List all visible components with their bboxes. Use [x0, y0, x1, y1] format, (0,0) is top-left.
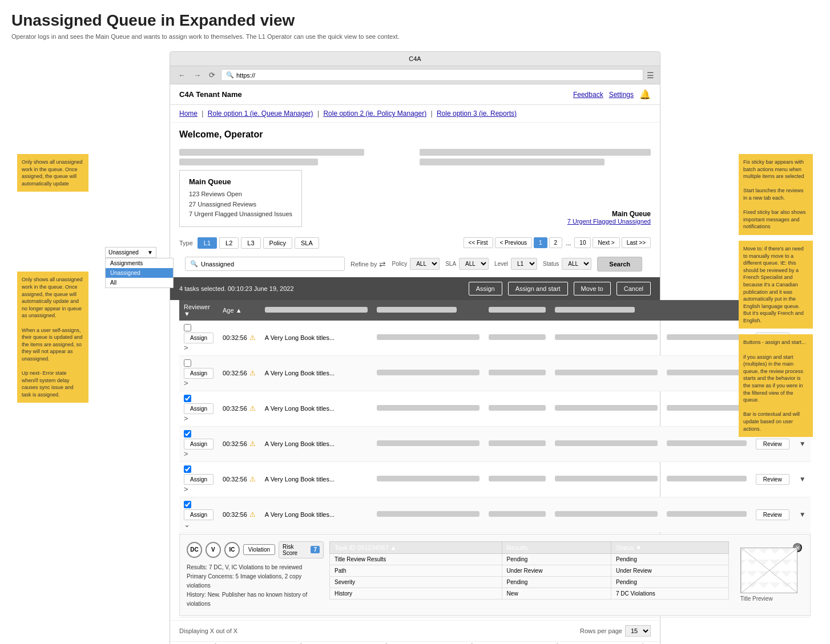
- page-1-btn[interactable]: 1: [534, 237, 547, 248]
- assign-button-1[interactable]: Assign: [184, 333, 213, 343]
- urgent-flagged-link[interactable]: 7 Urgent Flagged Unassigned: [567, 218, 651, 225]
- title-1: A Very Long Book titles...: [260, 321, 372, 356]
- right-note-2: Move to: if there's an need to manually …: [739, 241, 813, 329]
- row-checkbox-4[interactable]: [184, 430, 191, 438]
- back-button[interactable]: ←: [176, 70, 188, 80]
- menu-all[interactable]: All: [106, 278, 173, 287]
- status-select[interactable]: ALL: [562, 258, 591, 270]
- assign-button-5[interactable]: Assign: [184, 474, 213, 485]
- col-reviewer: Reviewer ▼: [179, 300, 218, 321]
- url-input[interactable]: [236, 72, 638, 79]
- status-filter: Status ALL: [543, 258, 591, 270]
- age-4: 00:32:56: [223, 440, 247, 447]
- nav-home[interactable]: Home: [179, 110, 198, 118]
- col-4: [372, 300, 484, 321]
- svg-line-0: [741, 548, 797, 593]
- feedback-link[interactable]: Feedback: [573, 91, 603, 99]
- notification-bell-icon[interactable]: 🔔: [639, 89, 651, 100]
- rows-per-page: Rows per page 15 25 50: [580, 625, 651, 637]
- row-checkbox-1[interactable]: [184, 324, 191, 331]
- welcome-text: Welcome, Operator: [179, 129, 651, 140]
- browser-menu-icon[interactable]: ☰: [647, 71, 654, 80]
- tab-sla[interactable]: SLA: [295, 237, 319, 249]
- row-checkbox-6[interactable]: [184, 501, 191, 508]
- refine-by-label: Refine by ⇄: [350, 260, 386, 269]
- sticky-cancel-btn[interactable]: Cancel: [617, 282, 651, 295]
- queue-stats: 123 Reviews Open 27 Unassigned Reviews 7…: [189, 189, 292, 220]
- level-select[interactable]: L1: [511, 258, 537, 270]
- assign-button-6[interactable]: Assign: [184, 509, 213, 520]
- display-count: Displaying X out of X: [179, 627, 237, 634]
- sla-select[interactable]: ALL: [459, 258, 489, 270]
- menu-assignments[interactable]: Assignments: [106, 258, 173, 268]
- nav-role1[interactable]: Role option 1 (ie. Queue Manager): [208, 110, 313, 118]
- title-4: A Very Long Book titles...: [260, 426, 372, 461]
- placeholder-bar-2: [179, 159, 318, 165]
- col-3: [260, 300, 372, 321]
- settings-link[interactable]: Settings: [609, 91, 634, 99]
- violation-badge: Violation: [243, 544, 275, 555]
- nav-role2[interactable]: Role option 2 (ie. Policy Manager): [323, 110, 426, 118]
- tab-l1[interactable]: L1: [198, 237, 217, 249]
- assign-button-4[interactable]: Assign: [184, 439, 213, 449]
- row-checkbox-2[interactable]: [184, 359, 191, 367]
- assign-button-2[interactable]: Assign: [184, 368, 213, 379]
- risk-score: 7: [311, 546, 320, 553]
- page-10-btn[interactable]: 10: [574, 237, 591, 248]
- waveform-svg: [170, 641, 660, 644]
- assign-button-3[interactable]: Assign: [184, 403, 213, 414]
- sticky-move-btn[interactable]: Move to: [574, 282, 611, 295]
- last-page-btn[interactable]: Last >>: [622, 237, 651, 248]
- expand-arrow-3[interactable]: >: [184, 414, 188, 423]
- policy-select[interactable]: ALL: [410, 258, 440, 270]
- warning-icon-1: ⚠: [249, 334, 256, 342]
- col-age[interactable]: Age ▲: [218, 300, 260, 321]
- sticky-assign-btn[interactable]: Assign: [469, 282, 502, 295]
- table-row: Assign > 00:32:56 ⚠: [179, 355, 811, 391]
- age-5: 00:32:56: [223, 476, 247, 483]
- title-5: A Very Long Book titles...: [260, 461, 372, 497]
- col-5: [484, 300, 550, 321]
- sla-filter: SLA ALL: [445, 258, 489, 270]
- search-button[interactable]: Search: [597, 257, 642, 272]
- menu-unassigned[interactable]: Unassigned: [106, 268, 173, 278]
- title-2: A Very Long Book titles...: [260, 355, 372, 391]
- prev-page-btn[interactable]: < Previous: [495, 237, 533, 248]
- expand-arrow-1[interactable]: >: [184, 343, 188, 352]
- rows-per-page-select[interactable]: 15 25 50: [625, 625, 651, 637]
- preview-label: Title Preview: [740, 596, 797, 602]
- search-icon: 🔍: [190, 260, 198, 268]
- col-7: [662, 300, 751, 321]
- page-subtitle: Operator logs in and sees the Main Queue…: [11, 33, 819, 40]
- tab-l2[interactable]: L2: [219, 237, 239, 249]
- queue-type-dropdown[interactable]: Unassigned ▼: [105, 247, 156, 258]
- review-button-6[interactable]: Review: [756, 509, 789, 520]
- detail-row: Path Under Review Under Review: [330, 565, 729, 576]
- waveform: [170, 641, 660, 644]
- nav-role3[interactable]: Role option 3 (ie. Reports): [437, 110, 517, 118]
- refresh-button[interactable]: ⟳: [207, 70, 217, 80]
- row-expand-btn-6[interactable]: ▼: [799, 511, 806, 519]
- expand-arrow-2[interactable]: >: [184, 379, 188, 387]
- row-checkbox-3[interactable]: [184, 395, 191, 402]
- expand-arrow-4[interactable]: >: [184, 449, 188, 458]
- right-note-3: Buttons - assign and start... if you ass…: [739, 334, 813, 437]
- row-checkbox-5[interactable]: [184, 465, 191, 473]
- sticky-assign-start-btn[interactable]: Assign and start: [508, 282, 568, 295]
- detail-center: Task ID 091234567 ▲ Results Status ▼: [329, 541, 729, 609]
- tab-policy[interactable]: Policy: [263, 237, 292, 249]
- first-page-btn[interactable]: << First: [464, 237, 493, 248]
- page-2-btn[interactable]: 2: [549, 237, 563, 248]
- search-input[interactable]: [201, 261, 340, 268]
- forward-button[interactable]: →: [191, 70, 203, 80]
- tab-l3[interactable]: L3: [241, 237, 260, 249]
- detail-col-status[interactable]: Status ▼: [611, 541, 729, 553]
- expand-arrow-5[interactable]: >: [184, 485, 188, 493]
- expand-arrow-down-6[interactable]: ⌄: [184, 520, 190, 529]
- next-page-btn[interactable]: Next >: [593, 237, 619, 248]
- row-expand-btn-5[interactable]: ▼: [799, 475, 806, 483]
- left-note-1: Only shows all unassigned work in the qu…: [17, 154, 88, 192]
- table-row: Assign > 00:32:56 ⚠: [179, 321, 811, 356]
- queue-box: Main Queue 123 Reviews Open 27 Unassigne…: [179, 170, 302, 227]
- review-button-5[interactable]: Review: [756, 474, 789, 485]
